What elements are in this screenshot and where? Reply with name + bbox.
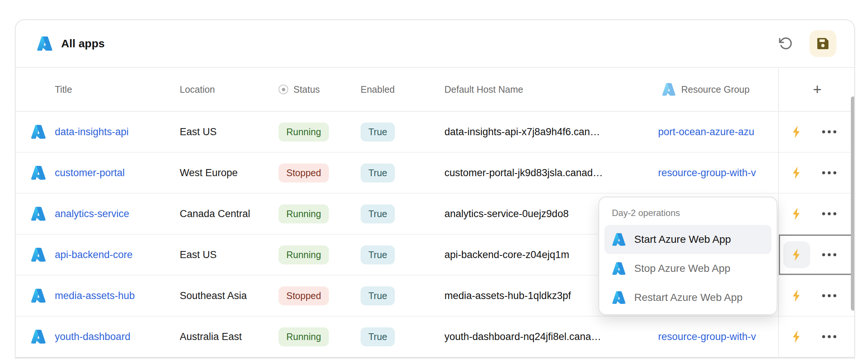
ellipsis-icon xyxy=(822,335,825,338)
host-name-cell: customer-portal-jk9d83jsla.canad… xyxy=(444,167,658,179)
resource-group-link[interactable]: resource-group-with-v xyxy=(658,167,756,178)
azure-logo-icon xyxy=(31,288,46,304)
row-menu-button[interactable] xyxy=(821,290,838,301)
location-cell: East US xyxy=(180,126,279,138)
enabled-badge: True xyxy=(361,204,395,223)
quick-actions-button[interactable] xyxy=(783,323,810,350)
row-actions-cell xyxy=(778,112,855,152)
row-actions-cell xyxy=(778,235,855,275)
quick-actions-button[interactable] xyxy=(783,200,810,227)
status-badge: Running xyxy=(279,327,329,346)
row-menu-button[interactable] xyxy=(821,250,838,260)
save-icon xyxy=(815,36,830,51)
resource-group-link[interactable]: resource-group-with-v xyxy=(658,331,756,342)
azure-logo-icon xyxy=(612,290,626,305)
quick-actions-button[interactable] xyxy=(783,241,810,268)
row-actions-cell xyxy=(778,276,855,316)
enabled-badge: True xyxy=(361,327,395,346)
table-row: youth-dashboard Australia East Running T… xyxy=(16,317,854,358)
enabled-badge: True xyxy=(361,286,395,305)
ellipsis-icon xyxy=(822,253,825,256)
column-header-status[interactable]: Status xyxy=(279,84,361,95)
azure-logo-icon xyxy=(31,165,46,181)
column-header-host[interactable]: Default Host Name xyxy=(444,84,658,95)
azure-logo-icon xyxy=(31,329,46,344)
quick-actions-button[interactable] xyxy=(783,159,810,186)
menu-item-label: Stop Azure Web App xyxy=(634,263,730,274)
row-actions-cell xyxy=(778,153,855,193)
lightning-bolt-icon xyxy=(789,124,804,140)
app-title-link[interactable]: media-assets-hub xyxy=(55,290,135,301)
azure-logo-icon xyxy=(31,206,46,222)
add-column-button[interactable]: + xyxy=(778,68,855,111)
save-button[interactable] xyxy=(809,30,836,57)
location-cell: East US xyxy=(180,249,279,261)
azure-logo-icon xyxy=(612,261,626,276)
ellipsis-icon xyxy=(822,212,825,215)
rotate-ccw-icon xyxy=(778,36,793,51)
location-cell: Australia East xyxy=(180,331,279,343)
status-badge: Stopped xyxy=(279,286,329,305)
azure-logo-icon xyxy=(662,82,676,96)
location-cell: Canada Central xyxy=(180,208,279,220)
status-badge: Running xyxy=(279,245,329,264)
radio-circle-icon xyxy=(279,85,288,94)
column-label: Resource Group xyxy=(681,84,749,95)
column-label: Status xyxy=(293,84,320,95)
quick-actions-button[interactable] xyxy=(783,118,810,145)
column-header-resource-group[interactable]: Resource Group xyxy=(658,82,778,96)
ellipsis-icon xyxy=(822,294,825,297)
row-menu-button[interactable] xyxy=(821,127,838,137)
column-header-title[interactable]: Title xyxy=(55,84,180,95)
app-title-link[interactable]: api-backend-core xyxy=(55,249,133,260)
menu-item-label: Restart Azure Web App xyxy=(634,292,743,304)
menu-section-label: Day-2 operations xyxy=(599,197,777,225)
host-name-cell: data-insights-api-x7j8a9h4f6.can… xyxy=(444,126,658,138)
row-actions-cell xyxy=(778,317,855,357)
day2-operations-menu: Day-2 operations Start Azure Web App Sto… xyxy=(598,197,777,315)
table-header-row: Title Location Status Enabled Default Ho… xyxy=(16,68,854,112)
app-title-link[interactable]: youth-dashboard xyxy=(55,331,130,342)
ellipsis-icon xyxy=(822,130,825,133)
table-row: data-insights-api East US Running True d… xyxy=(16,112,854,153)
row-actions-cell xyxy=(778,194,855,234)
column-label: Location xyxy=(180,84,215,95)
table-footer-strip xyxy=(16,358,854,359)
lightning-bolt-icon xyxy=(789,206,804,222)
app-title-link[interactable]: analytics-service xyxy=(55,208,129,219)
location-cell: West Europe xyxy=(180,167,279,179)
page-title: All apps xyxy=(61,37,105,50)
card-header: All apps xyxy=(16,20,854,68)
column-header-location[interactable]: Location xyxy=(180,84,279,95)
undo-button[interactable] xyxy=(772,30,799,57)
azure-logo-icon xyxy=(31,247,46,263)
table-row: customer-portal West Europe Stopped True… xyxy=(16,153,854,194)
column-label: Title xyxy=(55,84,72,95)
menu-item[interactable]: Restart Azure Web App xyxy=(604,283,771,312)
app-title-link[interactable]: data-insights-api xyxy=(55,126,129,137)
host-name-cell: youth-dashboard-nq24jfi8el.cana… xyxy=(444,331,658,343)
menu-item[interactable]: Start Azure Web App xyxy=(604,225,771,254)
row-menu-button[interactable] xyxy=(821,168,838,178)
enabled-badge: True xyxy=(361,163,395,182)
location-cell: Southeast Asia xyxy=(180,290,279,302)
azure-logo-icon xyxy=(37,35,53,52)
lightning-bolt-icon xyxy=(789,287,804,304)
column-label: Enabled xyxy=(361,84,395,95)
status-badge: Running xyxy=(279,204,329,223)
quick-actions-button[interactable] xyxy=(783,282,810,309)
ellipsis-icon xyxy=(822,171,825,174)
column-header-enabled[interactable]: Enabled xyxy=(361,84,444,95)
lightning-bolt-icon xyxy=(789,247,804,263)
row-menu-button[interactable] xyxy=(821,209,838,219)
enabled-badge: True xyxy=(361,123,395,142)
azure-logo-icon xyxy=(612,232,626,247)
vertical-scrollbar-thumb[interactable] xyxy=(851,96,855,311)
lightning-bolt-icon xyxy=(789,328,804,345)
row-menu-button[interactable] xyxy=(821,331,838,342)
menu-item-label: Start Azure Web App xyxy=(634,233,731,245)
resource-group-link[interactable]: port-ocean-azure-azu xyxy=(658,126,754,137)
menu-item[interactable]: Stop Azure Web App xyxy=(604,254,771,283)
app-title-link[interactable]: customer-portal xyxy=(55,167,125,178)
lightning-bolt-icon xyxy=(789,165,804,181)
